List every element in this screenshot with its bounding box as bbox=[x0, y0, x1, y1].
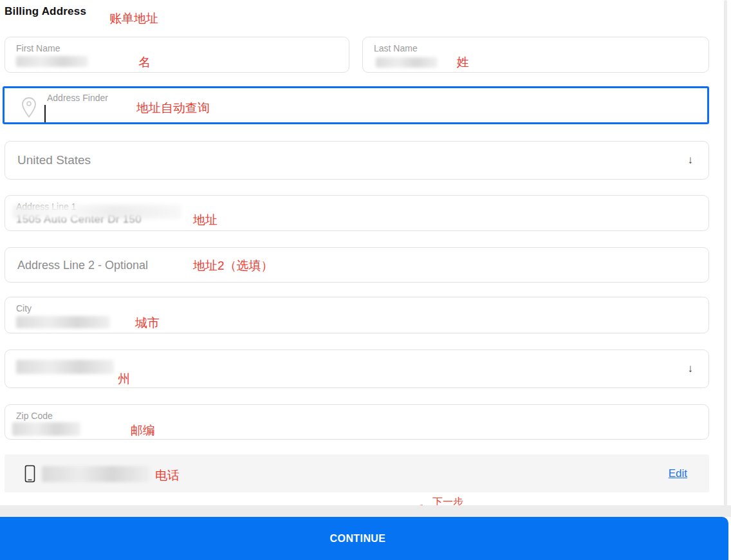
state-select[interactable]: ↓ bbox=[5, 350, 709, 388]
last-name-field[interactable]: Last Name bbox=[362, 37, 709, 73]
zip-annotation: 邮编 bbox=[131, 422, 155, 439]
state-annotation: 州 bbox=[118, 371, 130, 387]
continue-button[interactable]: CONTINUE bbox=[0, 517, 728, 560]
country-select[interactable]: United States ↓ bbox=[5, 141, 709, 180]
phone-annotation: 电话 bbox=[155, 467, 180, 484]
address-finder-annotation: 地址自动查询 bbox=[136, 100, 210, 117]
address-finder-label: Address Finder bbox=[47, 93, 108, 103]
address-line-1-field[interactable]: Address Line 1 1505 Auto Center Dr 150 bbox=[5, 195, 709, 231]
location-pin-icon bbox=[21, 97, 37, 122]
city-annotation: 城市 bbox=[135, 315, 160, 331]
last-name-annotation: 姓 bbox=[457, 54, 469, 71]
state-redacted-value bbox=[16, 360, 114, 374]
address-line-2-field[interactable]: Address Line 2 - Optional bbox=[5, 247, 709, 283]
first-name-field[interactable]: First Name bbox=[5, 37, 349, 73]
zip-code-label: Zip Code bbox=[16, 411, 53, 421]
city-field[interactable]: City bbox=[5, 297, 709, 333]
first-name-redacted-value bbox=[16, 56, 88, 67]
page-title-annotation: 账单地址 bbox=[109, 10, 158, 27]
country-selected-value: United States bbox=[17, 153, 91, 167]
text-cursor bbox=[44, 105, 46, 122]
zip-redacted-value bbox=[12, 422, 80, 436]
city-label: City bbox=[16, 303, 32, 313]
phone-redacted-value bbox=[42, 466, 150, 482]
chevron-down-icon: ↓ bbox=[688, 154, 694, 167]
edit-phone-link[interactable]: Edit bbox=[669, 467, 687, 480]
last-name-redacted-value bbox=[376, 57, 438, 68]
address-line-2-annotation: 地址2（选填） bbox=[193, 257, 273, 274]
first-name-label: First Name bbox=[16, 43, 60, 53]
page-title: Billing Address bbox=[5, 5, 86, 18]
address-line-1-redaction-veil bbox=[13, 205, 181, 219]
scrollbar[interactable] bbox=[724, 0, 727, 506]
city-redacted-value bbox=[16, 316, 110, 328]
last-name-label: Last Name bbox=[374, 43, 418, 53]
address-line-2-placeholder: Address Line 2 - Optional bbox=[17, 258, 148, 272]
address-line-1-annotation: 地址 bbox=[193, 212, 217, 229]
address-finder-field[interactable]: Address Finder bbox=[3, 86, 709, 124]
phone-row: Edit bbox=[5, 454, 709, 492]
first-name-annotation: 名 bbox=[138, 54, 151, 71]
footer-divider-band bbox=[0, 505, 731, 517]
chevron-down-icon: ↓ bbox=[688, 362, 694, 375]
phone-icon bbox=[24, 465, 35, 485]
zip-code-field[interactable]: Zip Code bbox=[5, 404, 709, 440]
